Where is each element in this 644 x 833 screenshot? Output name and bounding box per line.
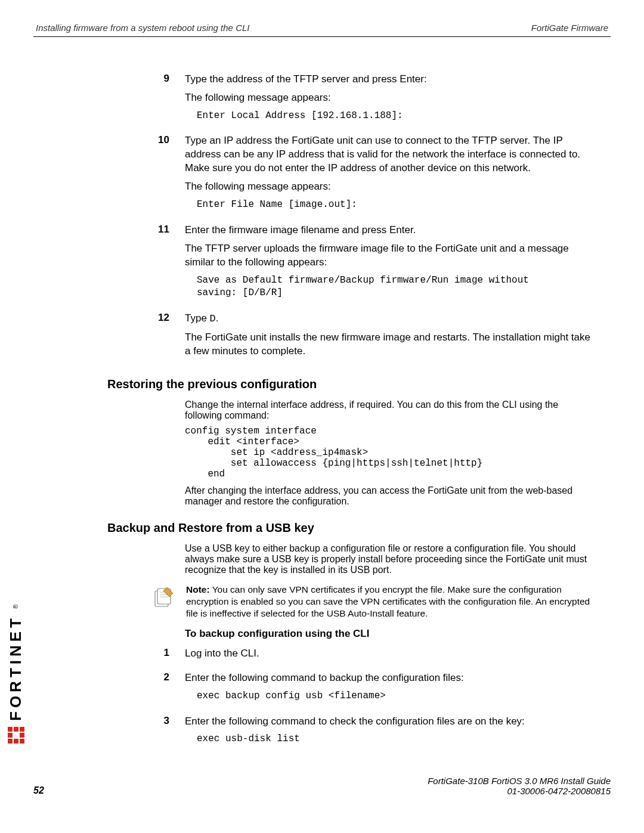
step-body: Enter the firmware image filename and pr…	[185, 224, 593, 306]
paragraph: Change the internal interface address, i…	[185, 400, 593, 421]
paragraph: Type the address of the TFTP server and …	[185, 73, 593, 86]
step-body: Log into the CLI.	[185, 647, 593, 665]
section-body: Change the internal interface address, i…	[185, 400, 593, 507]
step-number: 1	[107, 647, 185, 665]
footer: FortiGate-310B FortiOS 3.0 MR6 Install G…	[33, 776, 611, 796]
paragraph: After changing the interface address, yo…	[185, 485, 593, 507]
step-number: 9	[107, 73, 185, 128]
step-body: Type D. The FortiGate unit installs the …	[185, 312, 593, 363]
code-block: config system interface edit <interface>…	[185, 426, 593, 479]
usb-step-1: 1 Log into the CLI.	[107, 647, 593, 665]
note-icon	[151, 585, 178, 611]
header-rule	[33, 36, 611, 37]
paragraph: Enter the following command to check the…	[185, 715, 593, 729]
section-heading-usb: Backup and Restore from a USB key	[107, 521, 593, 535]
step-number: 10	[107, 134, 185, 217]
paragraph: The TFTP server uploads the firmware ima…	[185, 242, 593, 270]
sub-heading: To backup configuration using the CLI	[185, 628, 593, 640]
section-body: Use a USB key to either backup a configu…	[185, 543, 593, 575]
header-right: FortiGate Firmware	[531, 23, 608, 33]
fortinet-logo: FORTINET ®	[7, 605, 25, 744]
header-left: Installing firmware from a system reboot…	[36, 23, 249, 33]
step-number: 12	[107, 312, 185, 363]
code-block: Enter File Name [image.out]:	[197, 199, 593, 212]
step-11: 11 Enter the firmware image filename and…	[107, 224, 593, 306]
logo-text: FORTINET	[7, 615, 25, 721]
code-block: Enter Local Address [192.168.1.188]:	[197, 110, 593, 123]
step-number: 11	[107, 224, 185, 306]
step-number: 2	[107, 671, 185, 709]
footer-title: FortiGate-310B FortiOS 3.0 MR6 Install G…	[33, 776, 611, 786]
main-content: 9 Type the address of the TFTP server an…	[33, 73, 611, 752]
paragraph: Use a USB key to either backup a configu…	[185, 543, 593, 575]
logo-squares-icon	[8, 727, 24, 744]
step-number: 3	[107, 715, 185, 753]
trademark-symbol: ®	[13, 605, 19, 609]
section-heading-restoring: Restoring the previous configuration	[107, 377, 593, 391]
document-page: Installing firmware from a system reboot…	[0, 0, 644, 833]
step-12: 12 Type D. The FortiGate unit installs t…	[107, 312, 593, 363]
step-body: Enter the following command to backup th…	[185, 671, 593, 709]
code-block: exec backup config usb <filename>	[197, 690, 593, 703]
step-body: Type an IP address the FortiGate unit ca…	[185, 134, 593, 217]
note-body: You can only save VPN certificates if yo…	[186, 584, 590, 618]
paragraph: The following message appears:	[185, 91, 593, 105]
footer-docid: 01-30006-0472-20080815	[33, 786, 611, 796]
note-text: Note: You can only save VPN certificates…	[186, 584, 593, 620]
usb-step-2: 2 Enter the following command to backup …	[107, 671, 593, 709]
text: Type	[185, 312, 210, 324]
paragraph: The following message appears:	[185, 180, 593, 194]
paragraph: Type D.	[185, 312, 593, 326]
step-body: Type the address of the TFTP server and …	[185, 73, 593, 128]
paragraph: Type an IP address the FortiGate unit ca…	[185, 134, 593, 175]
note-block: Note: You can only save VPN certificates…	[151, 584, 593, 620]
paragraph: Enter the firmware image filename and pr…	[185, 224, 593, 237]
paragraph: Log into the CLI.	[185, 647, 593, 661]
code-block: exec usb-disk list	[197, 733, 593, 746]
inline-code: D	[210, 313, 216, 324]
step-10: 10 Type an IP address the FortiGate unit…	[107, 134, 593, 217]
paragraph: The FortiGate unit installs the new firm…	[185, 331, 593, 358]
step-body: Enter the following command to check the…	[185, 715, 593, 753]
note-label: Note:	[186, 584, 210, 594]
code-block: Save as Default firmware/Backup firmware…	[197, 274, 593, 300]
usb-step-3: 3 Enter the following command to check t…	[107, 715, 593, 753]
text: .	[216, 312, 219, 324]
page-header: Installing firmware from a system reboot…	[33, 23, 611, 36]
paragraph: Enter the following command to backup th…	[185, 671, 593, 685]
step-9: 9 Type the address of the TFTP server an…	[107, 73, 593, 128]
